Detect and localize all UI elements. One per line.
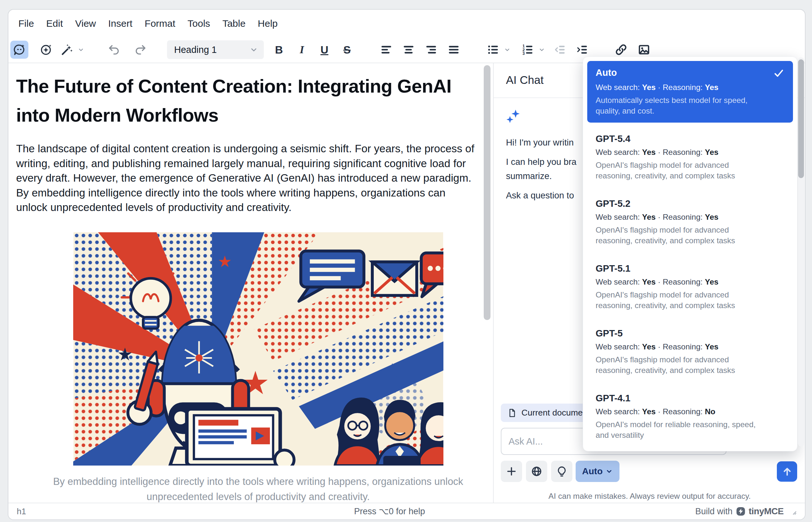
align-center-button[interactable] bbox=[399, 41, 418, 59]
ai-disclaimer: AI can make mistakes. Always review outp… bbox=[494, 492, 806, 501]
menu-file[interactable]: File bbox=[12, 16, 40, 32]
current-document-chip-label: Current document bbox=[521, 408, 590, 418]
model-option-description: OpenAI's model for reliable reasoning, s… bbox=[596, 419, 765, 440]
help-shortcut-text: Press ⌥0 for help bbox=[8, 506, 771, 517]
document-image[interactable] bbox=[73, 232, 443, 465]
model-option-name: GPT-5.2 bbox=[596, 198, 630, 209]
model-option-meta: Web search: Yes · Reasoning: Yes bbox=[596, 342, 785, 352]
model-option-description: OpenAI's flagship model for advanced rea… bbox=[596, 224, 765, 246]
ai-chat-icon bbox=[13, 43, 26, 56]
align-left-button[interactable] bbox=[377, 41, 395, 59]
undo-icon bbox=[108, 43, 121, 56]
align-right-icon bbox=[425, 43, 438, 56]
model-option-gpt-5.1[interactable]: GPT-5.1Web search: Yes · Reasoning: YesO… bbox=[587, 257, 793, 317]
status-bar: h1 Press ⌥0 for help Build with tinyMCE bbox=[8, 503, 805, 519]
genai-poster-illustration bbox=[73, 232, 443, 465]
underline-glyph: U bbox=[320, 43, 329, 56]
menu-tools[interactable]: Tools bbox=[182, 16, 216, 32]
reasoning-button[interactable] bbox=[551, 461, 572, 482]
undo-button[interactable] bbox=[105, 41, 123, 59]
ai-sparkle-circle-icon bbox=[40, 43, 53, 56]
model-option-auto[interactable]: AutoWeb search: Yes · Reasoning: YesAuto… bbox=[587, 61, 793, 123]
menu-help[interactable]: Help bbox=[252, 16, 284, 32]
ai-shortcuts-dropdown[interactable] bbox=[77, 41, 85, 59]
format-select[interactable]: Heading 1 bbox=[167, 40, 264, 59]
document-scrollbar[interactable] bbox=[484, 65, 491, 320]
model-option-name: GPT-4.1 bbox=[596, 393, 630, 403]
bold-glyph: B bbox=[275, 43, 283, 56]
format-select-value: Heading 1 bbox=[174, 44, 217, 55]
bullet-list-button[interactable] bbox=[484, 41, 502, 59]
editor-window: FileEditViewInsertFormatToolsTableHelp bbox=[8, 9, 806, 520]
dropdown-scrollbar[interactable] bbox=[798, 57, 804, 446]
globe-icon bbox=[531, 465, 542, 477]
underline-button[interactable]: U bbox=[315, 41, 333, 59]
model-option-description: OpenAI's flagship model for advanced rea… bbox=[596, 160, 765, 181]
web-search-button[interactable] bbox=[526, 461, 547, 482]
redo-icon bbox=[134, 43, 147, 56]
send-button[interactable] bbox=[777, 461, 797, 482]
outdent-button[interactable] bbox=[551, 41, 569, 59]
indent-icon bbox=[576, 43, 588, 56]
attach-button[interactable] bbox=[501, 461, 522, 482]
chevron-down-icon bbox=[503, 46, 511, 54]
dropdown-scrollbar-thumb[interactable] bbox=[798, 59, 804, 178]
model-dropdown: AutoWeb search: Yes · Reasoning: YesAuto… bbox=[583, 57, 797, 451]
numbered-list-dropdown[interactable] bbox=[538, 41, 546, 59]
sparkles-icon bbox=[505, 108, 523, 126]
model-selector-button[interactable]: Auto bbox=[576, 461, 620, 482]
strikethrough-button[interactable]: S bbox=[338, 41, 356, 59]
screen: FileEditViewInsertFormatToolsTableHelp bbox=[0, 0, 812, 522]
menu-insert[interactable]: Insert bbox=[102, 16, 139, 32]
model-option-gpt-5.4[interactable]: GPT-5.4Web search: Yes · Reasoning: YesO… bbox=[587, 127, 793, 187]
redo-button[interactable] bbox=[131, 41, 149, 59]
strikethrough-glyph: S bbox=[343, 43, 351, 56]
ai-chat-title: AI Chat bbox=[506, 74, 544, 86]
model-option-meta: Web search: Yes · Reasoning: No bbox=[596, 407, 785, 416]
model-option-name: GPT-5.4 bbox=[596, 134, 630, 144]
align-justify-button[interactable] bbox=[445, 41, 463, 59]
menu-format[interactable]: Format bbox=[139, 16, 182, 32]
check-icon bbox=[773, 67, 785, 79]
italic-button[interactable]: I bbox=[293, 41, 311, 59]
model-option-gpt-5[interactable]: GPT-5Web search: Yes · Reasoning: YesOpe… bbox=[587, 322, 793, 382]
document-paragraph: The landscape of digital content creatio… bbox=[16, 141, 477, 215]
insert-image-button[interactable] bbox=[635, 41, 653, 59]
magic-wand-icon bbox=[61, 43, 74, 56]
bullet-list-dropdown[interactable] bbox=[503, 41, 512, 59]
align-center-icon bbox=[402, 43, 415, 56]
align-right-button[interactable] bbox=[422, 41, 440, 59]
link-button[interactable] bbox=[612, 41, 630, 59]
model-option-meta: Web search: Yes · Reasoning: Yes bbox=[596, 213, 785, 222]
model-option-name: GPT-5 bbox=[596, 328, 623, 338]
model-option-gpt-4.1[interactable]: GPT-4.1Web search: Yes · Reasoning: NoOp… bbox=[587, 386, 793, 447]
link-icon bbox=[615, 43, 627, 56]
chevron-down-icon bbox=[605, 467, 613, 475]
italic-glyph: I bbox=[299, 43, 304, 56]
menu-table[interactable]: Table bbox=[216, 16, 252, 32]
numbered-list-icon: 1 2 3 bbox=[521, 43, 534, 56]
model-option-name: Auto bbox=[596, 67, 617, 78]
bold-button[interactable]: B bbox=[270, 41, 288, 59]
chevron-down-icon bbox=[538, 46, 546, 54]
align-left-icon bbox=[380, 43, 393, 56]
bullet-list-icon bbox=[486, 43, 500, 56]
ai-shortcuts-button[interactable] bbox=[58, 41, 76, 59]
model-option-meta: Web search: Yes · Reasoning: Yes bbox=[596, 278, 785, 286]
ai-review-button[interactable] bbox=[37, 41, 55, 59]
document-editor[interactable]: The Future of Content Creation: Integrat… bbox=[8, 63, 508, 511]
resize-grip-icon[interactable] bbox=[789, 508, 796, 515]
model-option-description: Automatically selects best model for spe… bbox=[596, 95, 765, 116]
model-option-description: OpenAI's flagship model for advanced rea… bbox=[596, 354, 765, 376]
lightbulb-icon bbox=[556, 465, 567, 477]
ai-chat-button[interactable] bbox=[10, 41, 28, 59]
menu-view[interactable]: View bbox=[69, 16, 102, 32]
menu-edit[interactable]: Edit bbox=[40, 16, 69, 32]
numbered-list-button[interactable]: 1 2 3 bbox=[519, 41, 537, 59]
model-option-meta: Web search: Yes · Reasoning: Yes bbox=[596, 148, 785, 157]
chevron-down-icon bbox=[77, 46, 85, 54]
model-option-gpt-5.2[interactable]: GPT-5.2Web search: Yes · Reasoning: YesO… bbox=[587, 192, 793, 252]
image-icon bbox=[638, 43, 650, 56]
indent-button[interactable] bbox=[573, 41, 591, 59]
document-icon bbox=[507, 408, 517, 418]
